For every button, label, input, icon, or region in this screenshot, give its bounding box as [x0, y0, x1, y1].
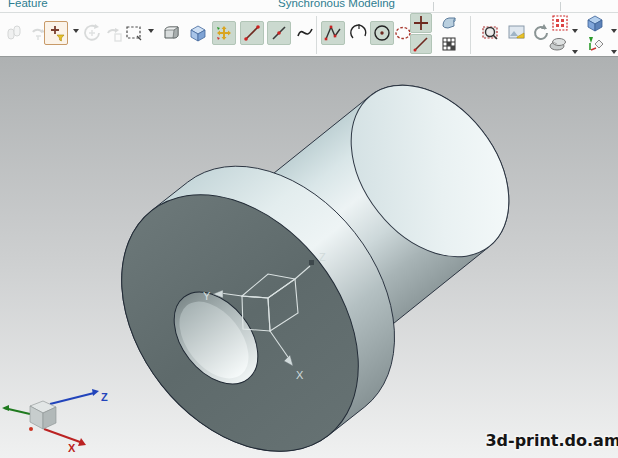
line-midpoint-icon[interactable] [267, 21, 291, 45]
shaded-view-icon[interactable] [584, 13, 606, 33]
measure-dropdown-icon[interactable] [611, 50, 617, 54]
wedge-feature-icon[interactable] [160, 21, 184, 45]
marquee-select-dropdown-icon[interactable] [148, 29, 154, 33]
block-feature-icon[interactable] [186, 21, 210, 45]
arc-icon[interactable] [347, 21, 371, 45]
move-face-icon[interactable] [212, 21, 236, 45]
grid-icon[interactable] [438, 34, 460, 54]
viewport-canvas[interactable]: Y X Z Z X 3d-print.do.am [0, 57, 618, 458]
point-icon[interactable] [410, 13, 432, 33]
triad-x-label: X [68, 442, 76, 454]
selection-filter-dropdown-icon[interactable] [73, 29, 79, 33]
cad-viewport[interactable]: Y X Z Z X 3d-print.do.am [0, 56, 618, 458]
toolbar-group-label-row: Feature Synchronous Modeling [0, 0, 618, 13]
fit-window-icon[interactable] [549, 13, 571, 33]
toolbar-separator [316, 16, 317, 54]
toolbar: Feature Synchronous Modeling [0, 0, 618, 56]
paperclip-icon[interactable] [2, 21, 26, 45]
triad-origin-dot [29, 427, 33, 431]
triad-z-label: Z [101, 391, 108, 403]
watermark: 3d-print.do.am [485, 431, 618, 450]
measure-icon[interactable] [584, 34, 606, 54]
toolbar-icon-row [0, 13, 618, 56]
csys-y-label: Y [203, 290, 211, 302]
marquee-select-icon[interactable] [122, 21, 146, 45]
orbit-icon[interactable] [80, 21, 104, 45]
face-analysis-dropdown-icon[interactable] [572, 50, 578, 54]
group-label-feature: Feature [8, 0, 48, 9]
shaded-view-dropdown-icon[interactable] [611, 29, 617, 33]
line-endpoints-icon[interactable] [240, 21, 264, 45]
label-separator [560, 2, 561, 11]
face-analysis-icon[interactable] [547, 34, 569, 54]
label-separator [433, 2, 434, 11]
zoom-window-icon[interactable] [479, 21, 503, 45]
curve-icon[interactable] [293, 21, 317, 45]
csys-z-label: Z [319, 251, 326, 263]
sheet-surface-icon[interactable] [438, 13, 460, 33]
group-label-synchronous-modeling: Synchronous Modeling [278, 0, 395, 9]
fit-window-dropdown-icon[interactable] [572, 29, 578, 33]
image-icon[interactable] [505, 21, 529, 45]
csys-z-handle[interactable] [309, 260, 314, 265]
toolbar-separator [470, 16, 471, 54]
selection-filter-icon[interactable] [44, 21, 68, 45]
csys-x-label: X [296, 369, 304, 381]
studio-spline-icon[interactable] [321, 21, 345, 45]
line-icon[interactable] [410, 34, 432, 54]
